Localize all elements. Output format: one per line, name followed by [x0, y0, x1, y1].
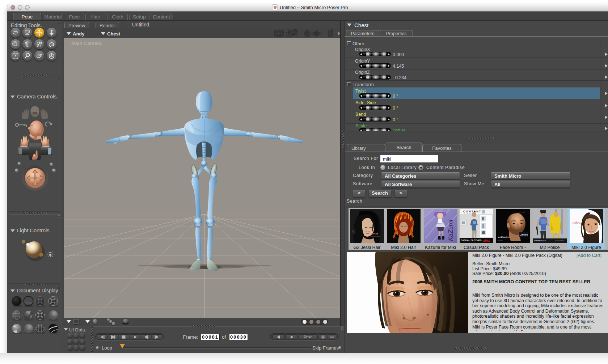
- svg-text:for: for: [481, 240, 482, 241]
- svg-text:smithmicro: smithmicro: [498, 236, 510, 238]
- svg-text:KaZumi: KaZumi: [447, 219, 454, 241]
- svg-text:MIKI: MIKI: [483, 239, 490, 242]
- svg-text:smithmicro: smithmicro: [534, 240, 546, 242]
- svg-text:miki: miki: [372, 232, 378, 235]
- svg-text:content paradise: content paradise: [555, 240, 564, 241]
- svg-text:Face Room: Face Room: [518, 211, 525, 213]
- svg-text:content paradise: content paradise: [371, 236, 380, 237]
- svg-text:CASUAL CLOTHES: CASUAL CLOTHES: [461, 239, 481, 241]
- svg-text:software: software: [498, 239, 503, 241]
- svg-text:James: James: [520, 233, 528, 236]
- svg-text:G2: G2: [352, 231, 355, 233]
